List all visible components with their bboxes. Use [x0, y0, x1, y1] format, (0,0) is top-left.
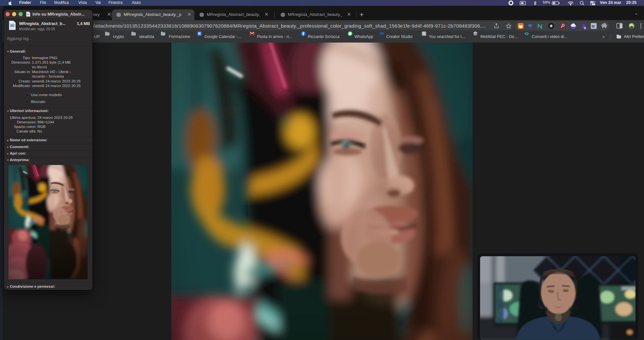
- svg-text:5: 5: [584, 27, 586, 29]
- svg-text:M: M: [592, 24, 595, 28]
- svg-text:31: 31: [199, 33, 201, 35]
